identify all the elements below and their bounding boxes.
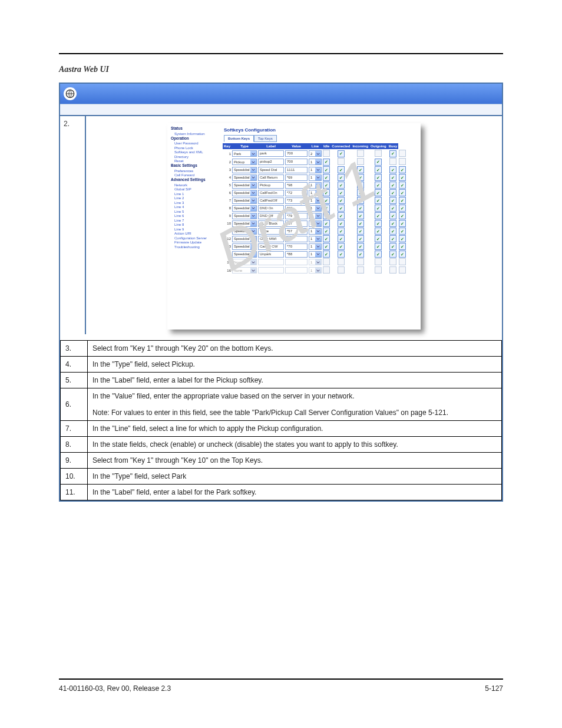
checkbox[interactable]	[323, 205, 330, 212]
checkbox[interactable]	[375, 197, 382, 204]
nav-item[interactable]: Directory	[174, 155, 219, 159]
checkbox[interactable]	[357, 235, 364, 242]
text-input[interactable]: DND Off	[258, 213, 284, 219]
checkbox[interactable]	[323, 235, 330, 242]
nav-item[interactable]: Line 6	[174, 214, 219, 218]
nav-item[interactable]: System Information	[174, 132, 219, 136]
nav-item[interactable]: User Password	[174, 141, 219, 145]
checkbox[interactable]	[375, 205, 382, 212]
checkbox[interactable]	[338, 174, 345, 181]
checkbox[interactable]	[389, 220, 396, 227]
checkbox[interactable]	[338, 182, 345, 189]
checkbox[interactable]	[389, 150, 396, 157]
dropdown[interactable]: 1	[309, 236, 322, 242]
text-input[interactable]: Speed Dial	[258, 167, 284, 173]
checkbox[interactable]	[323, 189, 330, 196]
text-input[interactable]: *69	[285, 174, 308, 181]
dropdown[interactable]: Speeddial	[232, 243, 257, 250]
checkbox[interactable]	[375, 220, 382, 227]
text-input[interactable]: 700	[285, 150, 308, 157]
nav-item[interactable]: Action URI	[174, 232, 219, 235]
checkbox[interactable]	[338, 150, 345, 157]
text-input[interactable]: *73	[285, 197, 308, 204]
dropdown[interactable]: 1	[309, 267, 322, 274]
text-input[interactable]	[258, 259, 284, 265]
text-input[interactable]: 700	[285, 159, 308, 165]
checkbox[interactable]	[375, 174, 382, 181]
tab-top-keys[interactable]: Top Keys	[254, 135, 277, 142]
text-input[interactable]: DND On	[258, 205, 284, 212]
text-input[interactable]: Unpark	[258, 251, 284, 258]
checkbox[interactable]	[357, 205, 364, 212]
checkbox[interactable]	[338, 220, 345, 227]
text-input[interactable]: *88	[285, 251, 308, 258]
checkbox[interactable]	[323, 159, 330, 166]
text-input[interactable]: *78	[285, 205, 308, 212]
checkbox[interactable]	[323, 243, 330, 250]
checkbox[interactable]	[375, 212, 382, 219]
checkbox[interactable]	[375, 251, 382, 258]
checkbox[interactable]	[357, 182, 364, 189]
checkbox[interactable]	[338, 189, 345, 196]
checkbox[interactable]	[375, 150, 382, 157]
checkbox[interactable]	[399, 150, 406, 157]
nav-item[interactable]: Line 7	[174, 219, 219, 222]
dropdown[interactable]: Speeddial	[232, 251, 257, 258]
checkbox[interactable]	[389, 158, 396, 165]
nav-item[interactable]: Line 4	[174, 205, 219, 209]
checkbox[interactable]	[399, 243, 406, 250]
checkbox[interactable]	[338, 166, 345, 173]
dropdown[interactable]: 1	[309, 251, 322, 258]
checkbox[interactable]	[357, 251, 364, 258]
dropdown[interactable]: None	[232, 267, 257, 274]
checkbox[interactable]	[399, 220, 406, 227]
dropdown[interactable]: 1	[309, 174, 322, 181]
text-input[interactable]: *70	[285, 243, 308, 250]
dropdown[interactable]: 1	[309, 213, 322, 219]
nav-item[interactable]: Reset	[174, 159, 219, 163]
nav-item[interactable]: Configuration Server	[174, 236, 219, 240]
dropdown[interactable]: Speeddial	[232, 167, 257, 173]
dropdown[interactable]: Speeddial	[232, 205, 257, 212]
text-input[interactable]: Pickup	[258, 182, 284, 189]
dropdown[interactable]: Speeddial	[232, 182, 257, 189]
nav-item[interactable]: Line 1	[174, 192, 219, 196]
dropdown[interactable]: Speeddial	[232, 236, 257, 242]
checkbox[interactable]	[375, 159, 382, 166]
nav-item[interactable]: Phone Lock	[174, 146, 219, 150]
checkbox[interactable]	[389, 243, 396, 250]
checkbox[interactable]	[338, 197, 345, 204]
nav-item[interactable]: Line 8	[174, 223, 219, 226]
checkbox[interactable]	[399, 228, 406, 235]
text-input[interactable]: park	[258, 150, 284, 157]
text-input[interactable]	[258, 267, 284, 274]
dropdown[interactable]: Speeddial	[232, 174, 257, 181]
dropdown[interactable]: 1	[309, 259, 322, 265]
tab-bottom-keys[interactable]: Bottom Keys	[224, 135, 254, 142]
checkbox[interactable]	[338, 205, 345, 212]
text-input[interactable]: CallFwdOn	[258, 190, 284, 196]
checkbox[interactable]	[357, 243, 364, 250]
text-input[interactable]: *57	[285, 228, 308, 235]
checkbox[interactable]	[389, 251, 396, 258]
dropdown[interactable]: Pickup	[232, 159, 257, 165]
text-input[interactable]: Call Return	[258, 174, 284, 181]
nav-item[interactable]: Global SIP	[174, 187, 219, 191]
checkbox[interactable]	[338, 251, 345, 258]
checkbox[interactable]	[399, 197, 406, 204]
nav-item[interactable]: Softkeys and XML	[174, 150, 219, 154]
dropdown[interactable]: 1	[309, 182, 322, 189]
text-input[interactable]: *99	[285, 236, 308, 242]
text-input[interactable]: *67	[285, 220, 308, 227]
nav-item[interactable]: Call Forward	[174, 173, 219, 177]
nav-item[interactable]: Line 2	[174, 196, 219, 200]
checkbox[interactable]	[375, 243, 382, 250]
nav-item[interactable]: Line 5	[174, 210, 219, 213]
text-input[interactable]: *72	[285, 190, 308, 196]
checkbox[interactable]	[389, 189, 396, 196]
nav-item[interactable]: Preferences	[174, 169, 219, 173]
nav-item[interactable]: Network	[174, 183, 219, 187]
checkbox[interactable]	[357, 220, 364, 227]
dropdown[interactable]: 1	[309, 205, 322, 212]
checkbox[interactable]	[357, 189, 364, 196]
